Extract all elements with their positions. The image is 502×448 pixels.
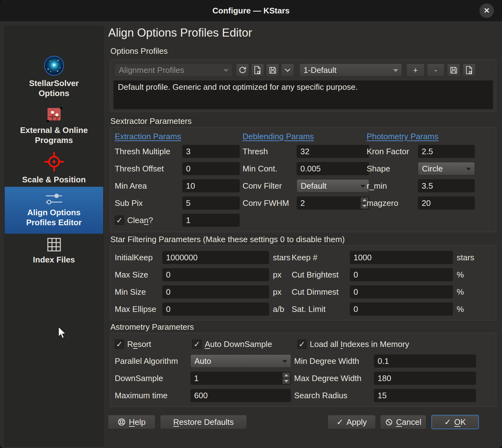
search-radius-input[interactable]: 15	[374, 389, 476, 402]
load-all-indexes-checkbox[interactable]: ✓ Load all Indexes in Memory	[297, 339, 409, 349]
thresh-input[interactable]: 32	[297, 145, 369, 158]
keep-input[interactable]: 1000	[350, 251, 453, 264]
profile-description[interactable]: Default profile. Generic and not optimiz…	[113, 80, 493, 109]
sextractor-parameters-label: Sextractor Parameters	[110, 116, 192, 126]
sub-pix-input[interactable]: 5	[182, 196, 240, 210]
arrow-down-icon	[363, 205, 366, 207]
r-min-label: r_min	[367, 179, 387, 192]
thresh-offset-input[interactable]: 0	[182, 162, 240, 175]
restore-defaults-button[interactable]: Restore Defaults	[160, 415, 247, 429]
cut-dimmest-input[interactable]: 0	[350, 285, 453, 298]
spin-buttons	[283, 373, 290, 384]
check-icon: ✓	[337, 417, 344, 427]
remove-profile-button[interactable]: -	[427, 64, 444, 77]
shape-combo[interactable]: Circle	[418, 162, 475, 175]
r-min-input[interactable]: 3.5	[418, 179, 475, 192]
sidebar-item-label: Index Files	[33, 255, 75, 265]
min-size-unit: px	[273, 285, 281, 298]
auto-downsample-checkbox[interactable]: ✓ Auto DownSample	[192, 339, 272, 349]
options-profiles-label: Options Profiles	[110, 46, 168, 56]
cut-brightest-label: Cut Brightest	[292, 268, 339, 281]
expand-button[interactable]	[281, 64, 294, 77]
cancel-button[interactable]: Cancel	[380, 415, 426, 429]
conv-fwhm-label: Conv FWHM	[243, 196, 289, 210]
resort-checkbox[interactable]: ✓ Resort	[115, 339, 151, 349]
profile-select-combo-value: 1-Default	[304, 65, 337, 75]
cancel-icon	[385, 418, 393, 426]
help-button[interactable]: Help	[108, 415, 155, 429]
min-area-input[interactable]: 10	[182, 179, 240, 192]
load-profile-button[interactable]	[463, 64, 476, 77]
max-size-label: Max Size	[115, 268, 148, 281]
profile-select-combo[interactable]: 1-Default	[299, 64, 402, 77]
min-degree-width-input[interactable]: 0.1	[374, 354, 476, 368]
shape-value: Circle	[422, 164, 443, 174]
sidebar-item-label: Scale & Position	[22, 175, 86, 185]
cancel-label: Cancel	[396, 417, 421, 427]
titlebar: Configure — KStars ✕	[0, 0, 502, 21]
max-ellipse-label: Max Ellipse	[115, 303, 156, 316]
extraction-params-link[interactable]: Extraction Params	[115, 132, 181, 141]
kron-factor-input[interactable]: 2.5	[418, 145, 475, 158]
sidebar-item-scale-position[interactable]: Scale & Position	[5, 151, 103, 185]
spin-up-button[interactable]	[283, 373, 290, 378]
close-button[interactable]: ✕	[479, 3, 494, 18]
photometry-params-link[interactable]: Photometry Params	[367, 132, 439, 141]
maximum-time-input[interactable]: 600	[190, 389, 291, 402]
conv-filter-value: Default	[301, 181, 326, 191]
ok-button[interactable]: ✓ OK	[431, 415, 479, 429]
thresh-multiple-input[interactable]: 3	[182, 145, 240, 158]
profile-group-combo[interactable]: Alignment Profiles	[115, 64, 232, 77]
max-degree-width-input[interactable]: 180	[374, 372, 476, 385]
ok-label: OK	[454, 417, 466, 427]
cut-brightest-input[interactable]: 0	[350, 268, 453, 281]
astrometry-parameters-group: ✓ Resort ✓ Auto DownSample ✓ Load all In…	[110, 333, 496, 407]
file-icon	[254, 66, 262, 74]
min-size-input[interactable]: 0	[162, 285, 269, 298]
file-icon	[465, 66, 473, 74]
deblending-params-link[interactable]: Deblending Params	[243, 132, 314, 141]
sidebar-item-index-files[interactable]: Index Files	[5, 237, 103, 265]
star-filtering-label: Star Filtering Parameters (Make these se…	[110, 235, 345, 244]
save-profiles-button[interactable]	[266, 64, 279, 77]
parallel-algorithm-label: Parallel Algorithm	[115, 354, 178, 368]
clean-input[interactable]: 1	[182, 214, 240, 227]
thresh-offset-label: Thresh Offset	[115, 162, 164, 175]
magzero-label: magzero	[367, 196, 398, 210]
max-size-input[interactable]: 0	[162, 268, 269, 281]
conv-filter-combo[interactable]: Default	[297, 179, 369, 192]
options-profiles-group: Alignment Profiles	[110, 59, 496, 112]
spin-down-button[interactable]	[283, 379, 290, 384]
downsample-value: 1	[194, 374, 198, 383]
arrow-up-icon	[284, 374, 288, 376]
checkbox-checked-icon: ✓	[115, 216, 124, 225]
reload-profiles-button[interactable]	[236, 64, 249, 77]
magzero-input[interactable]: 20	[418, 196, 475, 210]
chevron-down-icon	[283, 66, 292, 74]
initialkeep-unit: stars	[273, 251, 290, 264]
sidebar-item-stellarsolver-options[interactable]: StellarSolver Options	[5, 55, 103, 98]
open-profile-file-button[interactable]	[251, 64, 264, 77]
min-cont-label: Min Cont.	[243, 162, 277, 175]
max-ellipse-input[interactable]: 0	[162, 303, 269, 316]
configure-dialog: Configure — KStars ✕	[0, 0, 502, 448]
sat-limit-input[interactable]: 0	[350, 303, 453, 316]
initialkeep-input[interactable]: 1000000	[162, 251, 269, 264]
parallel-algorithm-combo[interactable]: Auto	[190, 354, 291, 368]
conv-fwhm-spinner[interactable]: 2	[297, 196, 369, 210]
sidebar-item-label: Align Options Profiles Editor	[26, 208, 82, 227]
sidebar-item-external-online-programs[interactable]: External & Online Programs	[5, 105, 103, 145]
cut-brightest-unit: %	[457, 268, 464, 281]
clean-checkbox[interactable]: ✓ Clean?	[115, 215, 153, 226]
save-profile-button[interactable]	[447, 64, 460, 77]
checkbox-checked-icon: ✓	[115, 339, 124, 349]
min-cont-input[interactable]: 0.005	[297, 162, 369, 175]
downsample-spinner[interactable]: 1	[190, 372, 291, 385]
keep-unit: stars	[457, 251, 474, 264]
restore-defaults-label: Restore Defaults	[173, 417, 234, 427]
max-ellipse-unit: a/b	[273, 303, 284, 316]
apply-button[interactable]: ✓ Apply	[328, 415, 376, 429]
sidebar-item-align-options-profiles-editor[interactable]: Align Options Profiles Editor	[5, 187, 103, 234]
add-profile-button[interactable]: +	[406, 64, 424, 77]
max-size-unit: px	[273, 268, 281, 281]
